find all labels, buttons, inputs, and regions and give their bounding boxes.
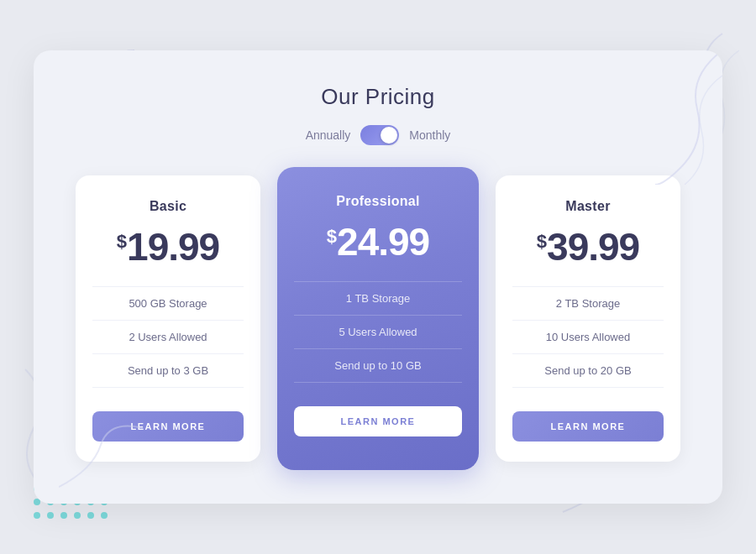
pricing-section: Our Pricing Annually Monthly Basic $ 19.… <box>34 50 722 504</box>
professional-plan-card: Professional $ 24.99 1 TB Storage 5 User… <box>277 167 479 470</box>
basic-price: 19.99 <box>127 227 219 266</box>
professional-dollar: $ <box>327 227 337 246</box>
master-plan-name: Master <box>565 199 610 214</box>
professional-price-row: $ 24.99 <box>327 222 429 261</box>
master-feature-2: 10 Users Allowed <box>512 321 664 354</box>
inner-deco-top-right <box>571 50 722 185</box>
master-plan-card: Master $ 39.99 2 TB Storage 10 Users All… <box>496 175 680 462</box>
professional-feature-2: 5 Users Allowed <box>294 316 462 349</box>
page-title: Our Pricing <box>76 84 680 110</box>
professional-plan-name: Professional <box>336 194 420 209</box>
basic-dollar: $ <box>117 233 127 251</box>
professional-learn-more-button[interactable]: LEARN MORE <box>294 406 462 436</box>
master-learn-more-button[interactable]: LEARN MORE <box>512 411 664 442</box>
toggle-knob <box>381 127 397 144</box>
master-price-row: $ 39.99 <box>537 227 639 266</box>
annually-label: Annually <box>306 128 351 142</box>
master-price: 39.99 <box>547 227 639 266</box>
professional-features: 1 TB Storage 5 Users Allowed Send up to … <box>294 281 462 383</box>
professional-feature-1: 1 TB Storage <box>294 281 462 316</box>
master-features: 2 TB Storage 10 Users Allowed Send up to… <box>512 286 664 388</box>
basic-price-row: $ 19.99 <box>117 227 219 266</box>
basic-feature-2: 2 Users Allowed <box>92 321 244 354</box>
master-dollar: $ <box>537 233 547 251</box>
master-feature-1: 2 TB Storage <box>512 286 664 321</box>
professional-price: 24.99 <box>337 222 429 261</box>
basic-feature-3: Send up to 3 GB <box>92 354 244 388</box>
billing-toggle[interactable] <box>360 125 399 145</box>
basic-learn-more-button[interactable]: LEARN MORE <box>92 411 244 442</box>
master-feature-3: Send up to 20 GB <box>512 354 664 388</box>
basic-features: 500 GB Storage 2 Users Allowed Send up t… <box>92 286 244 388</box>
basic-plan-card: Basic $ 19.99 500 GB Storage 2 Users All… <box>76 175 260 462</box>
billing-toggle-row: Annually Monthly <box>76 125 680 145</box>
monthly-label: Monthly <box>409 128 450 142</box>
basic-feature-1: 500 GB Storage <box>92 286 244 321</box>
pricing-cards: Basic $ 19.99 500 GB Storage 2 Users All… <box>76 175 680 462</box>
professional-feature-3: Send up to 10 GB <box>294 349 462 383</box>
basic-plan-name: Basic <box>150 199 186 214</box>
